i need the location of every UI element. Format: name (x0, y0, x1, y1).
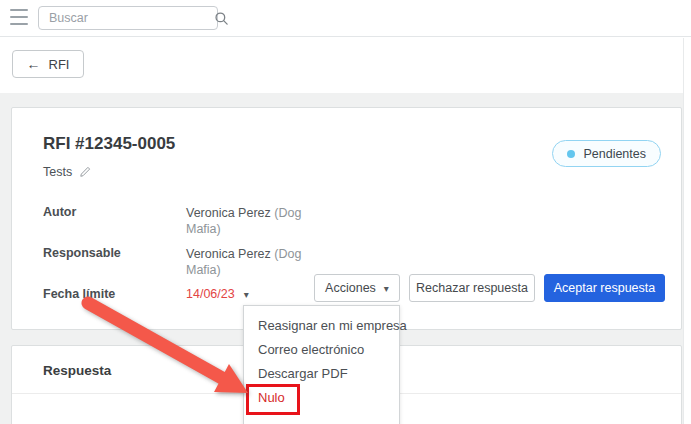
rfi-subtitle: Tests (43, 165, 72, 179)
chevron-down-icon: ▾ (244, 289, 249, 300)
respuesta-section-title: Respuesta (43, 363, 111, 378)
aceptar-respuesta-button[interactable]: Aceptar respuesta (544, 274, 665, 302)
status-badge: Pendientes (552, 140, 661, 167)
field-label-autor: Autor (43, 205, 76, 219)
back-button-label: RFI (49, 57, 70, 72)
field-label-fecha-limite: Fecha límite (43, 287, 115, 301)
deadline-date: 14/06/23 (186, 287, 235, 301)
rfi-subtitle-row: Tests (43, 165, 91, 179)
field-label-responsable: Responsable (43, 246, 121, 260)
top-bar (0, 0, 691, 37)
menu-item-nulo[interactable]: Nulo (244, 386, 399, 410)
chevron-down-icon: ▾ (384, 283, 389, 294)
search-icon[interactable] (214, 8, 229, 28)
search-box (38, 6, 218, 30)
back-arrow-icon: ← (27, 56, 41, 72)
scrollbar-track (683, 38, 691, 424)
rechazar-button-label: Rechazar respuesta (416, 281, 528, 295)
rfi-title: RFI #12345-0005 (43, 134, 175, 154)
status-dot-icon (567, 150, 575, 158)
search-input[interactable] (39, 11, 214, 25)
acciones-dropdown-menu: Reasignar en mi empresa Correo electróni… (243, 305, 400, 424)
field-value-autor: Veronica Perez (Dog Mafia) (186, 205, 310, 237)
hamburger-menu-icon[interactable] (10, 9, 28, 25)
status-badge-label: Pendientes (583, 147, 646, 161)
aceptar-button-label: Aceptar respuesta (554, 281, 655, 295)
edit-pencil-icon[interactable] (79, 166, 91, 178)
menu-item-descargar-pdf[interactable]: Descargar PDF (244, 362, 399, 386)
acciones-button-label: Acciones (325, 281, 376, 295)
back-to-rfi-button[interactable]: ← RFI (12, 50, 84, 78)
menu-item-correo[interactable]: Correo electrónico (244, 338, 399, 362)
person-name: Veronica Perez (186, 247, 271, 261)
field-value-responsable: Veronica Perez (Dog Mafia) (186, 246, 310, 278)
rechazar-respuesta-button[interactable]: Rechazar respuesta (409, 274, 535, 302)
rfi-detail-card: RFI #12345-0005 Tests Pendientes Autor V… (11, 107, 682, 330)
menu-item-reasignar[interactable]: Reasignar en mi empresa (244, 314, 399, 338)
deadline-date-picker[interactable]: 14/06/23 ▾ (186, 287, 249, 301)
sub-header: ← RFI (0, 38, 691, 93)
acciones-dropdown-button[interactable]: Acciones ▾ (314, 274, 400, 302)
person-name: Veronica Perez (186, 206, 271, 220)
